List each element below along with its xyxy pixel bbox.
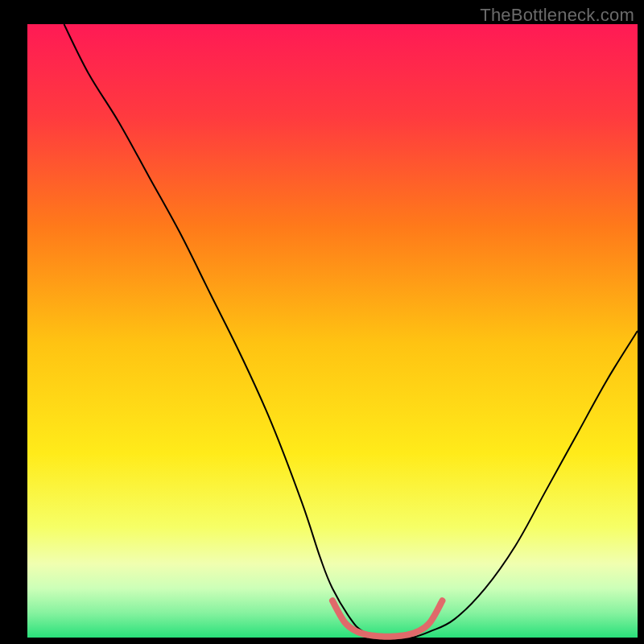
watermark-text: TheBottleneck.com (480, 5, 634, 26)
chart-canvas (0, 0, 644, 644)
chart-frame: TheBottleneck.com (0, 0, 644, 644)
plot-background (27, 24, 638, 638)
